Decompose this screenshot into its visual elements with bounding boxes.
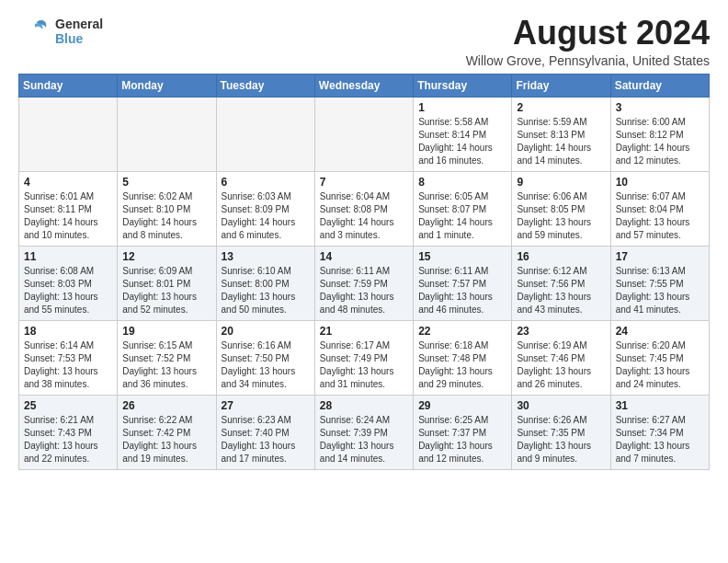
day-info: Sunrise: 6:05 AMSunset: 8:07 PMDaylight:… xyxy=(418,190,506,242)
day-info: Sunrise: 6:22 AMSunset: 7:42 PMDaylight:… xyxy=(122,414,210,465)
day-header-friday: Friday xyxy=(512,74,610,97)
day-number: 12 xyxy=(122,250,210,263)
day-info: Sunrise: 6:24 AMSunset: 7:39 PMDaylight:… xyxy=(320,414,408,465)
day-info: Sunrise: 6:11 AMSunset: 7:59 PMDaylight:… xyxy=(320,265,408,316)
day-header-tuesday: Tuesday xyxy=(216,74,314,97)
day-number: 2 xyxy=(517,101,605,114)
calendar-cell: 31Sunrise: 6:27 AMSunset: 7:34 PMDayligh… xyxy=(610,395,709,469)
calendar-page: General Blue August 2024 Willow Grove, P… xyxy=(0,0,728,479)
day-info: Sunrise: 6:00 AMSunset: 8:12 PMDaylight:… xyxy=(616,116,704,167)
day-info: Sunrise: 6:11 AMSunset: 7:57 PMDaylight:… xyxy=(418,265,506,316)
logo-general: General xyxy=(55,17,103,31)
day-info: Sunrise: 6:17 AMSunset: 7:49 PMDaylight:… xyxy=(320,339,408,391)
calendar-cell: 26Sunrise: 6:22 AMSunset: 7:42 PMDayligh… xyxy=(118,395,216,469)
calendar-cell: 15Sunrise: 6:11 AMSunset: 7:57 PMDayligh… xyxy=(414,246,512,320)
day-number: 4 xyxy=(24,176,112,189)
calendar-cell: 3Sunrise: 6:00 AMSunset: 8:12 PMDaylight… xyxy=(610,97,709,171)
header: General Blue August 2024 Willow Grove, P… xyxy=(18,15,710,68)
day-number: 27 xyxy=(222,399,310,412)
calendar-cell: 1Sunrise: 5:58 AMSunset: 8:14 PMDaylight… xyxy=(414,97,512,171)
day-number: 13 xyxy=(222,250,310,263)
day-number: 20 xyxy=(222,325,310,338)
day-info: Sunrise: 6:20 AMSunset: 7:45 PMDaylight:… xyxy=(616,339,704,391)
day-number: 8 xyxy=(418,176,506,189)
day-info: Sunrise: 6:13 AMSunset: 7:55 PMDaylight:… xyxy=(616,265,704,316)
header-row: SundayMondayTuesdayWednesdayThursdayFrid… xyxy=(19,74,710,97)
day-info: Sunrise: 6:18 AMSunset: 7:48 PMDaylight:… xyxy=(418,339,506,391)
calendar-cell: 30Sunrise: 6:26 AMSunset: 7:35 PMDayligh… xyxy=(512,395,610,469)
day-number: 28 xyxy=(320,399,408,412)
calendar-cell: 14Sunrise: 6:11 AMSunset: 7:59 PMDayligh… xyxy=(314,246,413,320)
logo-text: General Blue xyxy=(55,17,103,46)
calendar-cell: 29Sunrise: 6:25 AMSunset: 7:37 PMDayligh… xyxy=(414,395,512,469)
day-number: 22 xyxy=(418,325,506,338)
day-info: Sunrise: 6:04 AMSunset: 8:08 PMDaylight:… xyxy=(320,190,408,242)
calendar-week-4: 18Sunrise: 6:14 AMSunset: 7:53 PMDayligh… xyxy=(19,320,710,395)
day-info: Sunrise: 6:10 AMSunset: 8:00 PMDaylight:… xyxy=(222,265,310,316)
day-info: Sunrise: 6:21 AMSunset: 7:43 PMDaylight:… xyxy=(24,414,112,465)
day-number: 29 xyxy=(418,399,506,412)
day-info: Sunrise: 6:14 AMSunset: 7:53 PMDaylight:… xyxy=(24,339,112,391)
location: Willow Grove, Pennsylvania, United State… xyxy=(466,53,710,68)
day-info: Sunrise: 6:26 AMSunset: 7:35 PMDaylight:… xyxy=(517,414,605,465)
title-area: August 2024 Willow Grove, Pennsylvania, … xyxy=(466,15,710,68)
calendar-cell: 10Sunrise: 6:07 AMSunset: 8:04 PMDayligh… xyxy=(610,171,709,246)
day-info: Sunrise: 5:58 AMSunset: 8:14 PMDaylight:… xyxy=(418,116,506,167)
day-info: Sunrise: 6:23 AMSunset: 7:40 PMDaylight:… xyxy=(222,414,310,465)
day-header-saturday: Saturday xyxy=(610,74,709,97)
calendar-cell: 23Sunrise: 6:19 AMSunset: 7:46 PMDayligh… xyxy=(512,320,610,395)
calendar-cell: 9Sunrise: 6:06 AMSunset: 8:05 PMDaylight… xyxy=(512,171,610,246)
calendar-cell: 21Sunrise: 6:17 AMSunset: 7:49 PMDayligh… xyxy=(314,320,413,395)
day-header-sunday: Sunday xyxy=(19,74,118,97)
calendar-cell: 25Sunrise: 6:21 AMSunset: 7:43 PMDayligh… xyxy=(19,395,118,469)
month-title: August 2024 xyxy=(466,15,710,52)
day-number: 16 xyxy=(517,250,605,263)
calendar-cell: 13Sunrise: 6:10 AMSunset: 8:00 PMDayligh… xyxy=(216,246,314,320)
day-info: Sunrise: 5:59 AMSunset: 8:13 PMDaylight:… xyxy=(517,116,605,167)
logo-container: General Blue xyxy=(18,15,103,48)
day-header-thursday: Thursday xyxy=(414,74,512,97)
day-number: 24 xyxy=(616,325,704,338)
day-info: Sunrise: 6:25 AMSunset: 7:37 PMDaylight:… xyxy=(418,414,506,465)
calendar-cell xyxy=(19,97,118,171)
day-number: 3 xyxy=(616,101,704,114)
calendar-cell: 2Sunrise: 5:59 AMSunset: 8:13 PMDaylight… xyxy=(512,97,610,171)
day-info: Sunrise: 6:08 AMSunset: 8:03 PMDaylight:… xyxy=(24,265,112,316)
day-number: 6 xyxy=(222,176,310,189)
day-info: Sunrise: 6:01 AMSunset: 8:11 PMDaylight:… xyxy=(24,190,112,242)
day-number: 30 xyxy=(517,399,605,412)
calendar-week-5: 25Sunrise: 6:21 AMSunset: 7:43 PMDayligh… xyxy=(19,395,710,469)
day-info: Sunrise: 6:02 AMSunset: 8:10 PMDaylight:… xyxy=(122,190,210,242)
calendar-table: SundayMondayTuesdayWednesdayThursdayFrid… xyxy=(18,74,710,470)
day-number: 31 xyxy=(616,399,704,412)
day-info: Sunrise: 6:19 AMSunset: 7:46 PMDaylight:… xyxy=(517,339,605,391)
calendar-cell xyxy=(118,97,216,171)
calendar-week-1: 1Sunrise: 5:58 AMSunset: 8:14 PMDaylight… xyxy=(19,97,710,171)
day-info: Sunrise: 6:09 AMSunset: 8:01 PMDaylight:… xyxy=(122,265,210,316)
calendar-cell: 5Sunrise: 6:02 AMSunset: 8:10 PMDaylight… xyxy=(118,171,216,246)
day-number: 17 xyxy=(616,250,704,263)
day-number: 15 xyxy=(418,250,506,263)
day-info: Sunrise: 6:07 AMSunset: 8:04 PMDaylight:… xyxy=(616,190,704,242)
day-header-wednesday: Wednesday xyxy=(314,74,413,97)
calendar-week-3: 11Sunrise: 6:08 AMSunset: 8:03 PMDayligh… xyxy=(19,246,710,320)
calendar-cell: 7Sunrise: 6:04 AMSunset: 8:08 PMDaylight… xyxy=(314,171,413,246)
day-number: 26 xyxy=(122,399,210,412)
day-info: Sunrise: 6:27 AMSunset: 7:34 PMDaylight:… xyxy=(616,414,704,465)
day-number: 21 xyxy=(320,325,408,338)
day-number: 19 xyxy=(122,325,210,338)
calendar-cell: 17Sunrise: 6:13 AMSunset: 7:55 PMDayligh… xyxy=(610,246,709,320)
logo-blue: Blue xyxy=(55,31,103,46)
logo-bird-icon xyxy=(18,15,51,48)
day-number: 25 xyxy=(24,399,112,412)
logo: General Blue xyxy=(18,15,103,48)
calendar-cell: 20Sunrise: 6:16 AMSunset: 7:50 PMDayligh… xyxy=(216,320,314,395)
day-info: Sunrise: 6:06 AMSunset: 8:05 PMDaylight:… xyxy=(517,190,605,242)
day-number: 1 xyxy=(418,101,506,114)
calendar-cell: 4Sunrise: 6:01 AMSunset: 8:11 PMDaylight… xyxy=(19,171,118,246)
calendar-cell: 19Sunrise: 6:15 AMSunset: 7:52 PMDayligh… xyxy=(118,320,216,395)
day-number: 18 xyxy=(24,325,112,338)
calendar-cell: 22Sunrise: 6:18 AMSunset: 7:48 PMDayligh… xyxy=(414,320,512,395)
calendar-cell: 11Sunrise: 6:08 AMSunset: 8:03 PMDayligh… xyxy=(19,246,118,320)
day-info: Sunrise: 6:15 AMSunset: 7:52 PMDaylight:… xyxy=(122,339,210,391)
